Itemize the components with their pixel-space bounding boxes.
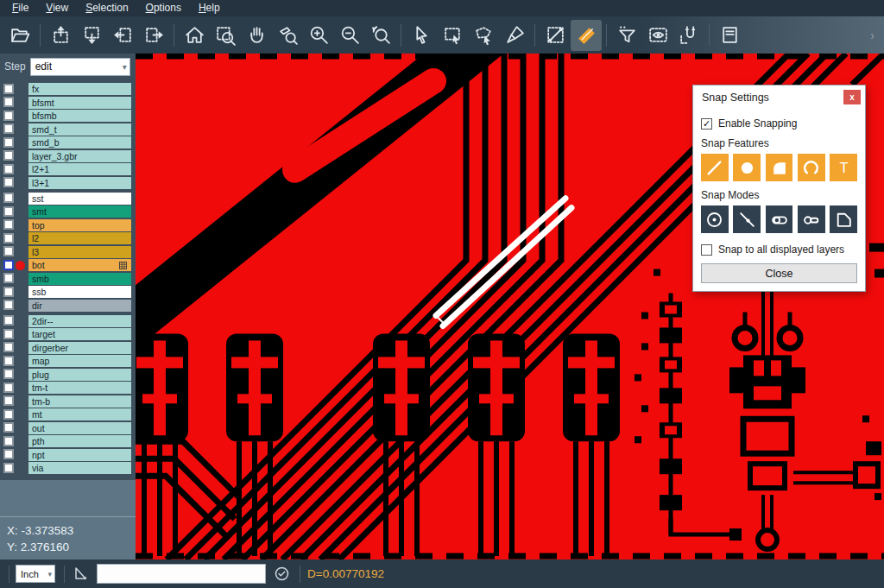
home-view-button[interactable] [179,20,210,51]
select-button[interactable] [406,20,437,51]
pan-up-button[interactable] [45,20,76,51]
pan-right-button[interactable] [138,20,169,51]
menu-help[interactable]: Help [190,1,229,16]
snap-all-layers-checkbox[interactable] [701,244,712,256]
measure-value-input[interactable] [97,564,266,584]
snap-feature-text-button[interactable]: T [830,154,857,181]
layer-name[interactable]: fx [28,83,131,95]
layer-visibility-checkbox[interactable] [3,260,14,270]
toolbar-overflow-chevron[interactable]: › [870,28,880,42]
menu-file[interactable]: File [3,1,37,16]
select-polygon-button[interactable] [468,20,499,51]
layer-visibility-checkbox[interactable] [3,206,14,217]
layer-visibility-checkbox[interactable] [3,449,14,459]
layer-name[interactable]: npt [28,449,131,461]
layer-name[interactable]: ssb [28,286,131,298]
pan-down-button[interactable] [76,20,107,51]
layer-name[interactable]: l3+1 [28,177,131,189]
layer-visibility-checkbox[interactable] [3,369,14,379]
layer-name[interactable]: out [28,422,131,434]
snap-feature-polygon-button[interactable] [766,154,793,181]
open-button[interactable] [4,20,35,51]
zoom-out-button[interactable] [334,20,365,51]
refresh-check-icon[interactable] [273,565,291,583]
layer-name[interactable]: smd_b [28,136,131,149]
layer-name[interactable]: via [28,462,131,474]
dialog-close-button[interactable]: x [843,90,861,104]
snap-mode-center-button[interactable] [701,205,729,233]
measure-line-button[interactable] [540,20,571,51]
layer-name[interactable]: tm-t [28,382,131,394]
layer-name[interactable]: l3 [28,246,131,258]
filter-button[interactable] [611,20,642,51]
layer-name[interactable]: bfsmt [28,97,131,109]
snap-settings-button[interactable] [673,20,704,51]
layer-visibility-checkbox[interactable] [3,111,14,121]
layer-visibility-checkbox[interactable] [3,422,14,433]
layer-name[interactable]: mt [28,408,131,420]
layer-visibility-checkbox[interactable] [3,463,14,473]
zoom-object-button[interactable] [272,20,303,51]
snap-feature-line-button[interactable] [701,154,729,181]
zoom-window-button[interactable] [210,20,241,51]
zoom-in-button[interactable] [303,20,334,51]
layer-visibility-checkbox[interactable] [3,436,14,446]
layer-visibility-checkbox[interactable] [3,246,14,256]
layer-name[interactable]: 2dir-- [28,315,131,327]
layer-name[interactable]: smt [28,205,131,218]
snap-mode-midpoint-button[interactable] [798,205,825,233]
layer-name[interactable]: l2 [28,232,131,244]
layer-name[interactable]: pth [28,435,131,447]
pan-left-button[interactable] [107,20,138,51]
layer-name[interactable]: bot [28,259,131,271]
snap-mode-surface-button[interactable] [830,205,857,233]
snap-feature-arc-button[interactable] [798,154,825,181]
layer-name[interactable]: smb [28,273,131,285]
layer-visibility-checkbox[interactable] [3,150,14,161]
layer-visibility-checkbox[interactable] [3,356,14,366]
layer-name[interactable]: layer_3.gbr [28,150,131,162]
layer-visibility-checkbox[interactable] [3,193,14,203]
layer-name[interactable]: top [28,219,131,231]
view-options-button[interactable] [642,20,673,51]
snap-mode-endpoint-button[interactable] [766,205,793,233]
layer-name[interactable]: smd_t [28,123,131,136]
layer-name[interactable]: dir [28,300,131,312]
layer-visibility-checkbox[interactable] [3,123,14,134]
select-brush-button[interactable] [499,20,530,51]
layer-visibility-checkbox[interactable] [3,383,14,393]
layer-visibility-checkbox[interactable] [3,409,14,420]
layer-visibility-checkbox[interactable] [3,97,14,107]
dialog-close-action-button[interactable]: Close [701,263,857,283]
report-button[interactable] [714,20,745,51]
enable-snapping-checkbox[interactable]: ✓ [701,118,712,130]
dialog-title-bar[interactable]: Snap Settings x [693,85,865,109]
menu-view[interactable]: View [37,1,77,16]
layer-visibility-checkbox[interactable] [3,273,14,283]
layer-name[interactable]: bfsmb [28,110,131,122]
layer-visibility-checkbox[interactable] [3,315,14,326]
layer-visibility-checkbox[interactable] [3,342,14,352]
menu-selection[interactable]: Selection [77,1,136,16]
layer-visibility-checkbox[interactable] [3,329,14,339]
layer-name[interactable]: target [28,328,131,340]
layer-name[interactable]: l2+1 [28,163,131,175]
snap-mode-point-on-line-button[interactable] [733,205,761,233]
measure-ruler-button[interactable] [571,20,602,51]
layer-visibility-checkbox[interactable] [3,395,14,406]
step-select[interactable]: edit ▾ [30,58,130,76]
layer-visibility-checkbox[interactable] [3,300,14,310]
select-rectangle-button[interactable] [437,20,468,51]
unit-select[interactable]: Inch ▾ [16,565,55,583]
menu-options[interactable]: Options [137,1,190,16]
layer-visibility-checkbox[interactable] [3,287,14,297]
layer-visibility-checkbox[interactable] [3,84,14,94]
layer-visibility-checkbox[interactable] [3,219,14,230]
layer-visibility-checkbox[interactable] [3,177,14,187]
snap-feature-pad-button[interactable] [733,154,761,181]
pan-hand-button[interactable] [241,20,272,51]
layer-name[interactable]: plug [28,369,131,381]
layer-name[interactable]: sst [28,193,131,205]
layer-visibility-checkbox[interactable] [3,233,14,243]
layer-name[interactable]: map [28,355,131,367]
